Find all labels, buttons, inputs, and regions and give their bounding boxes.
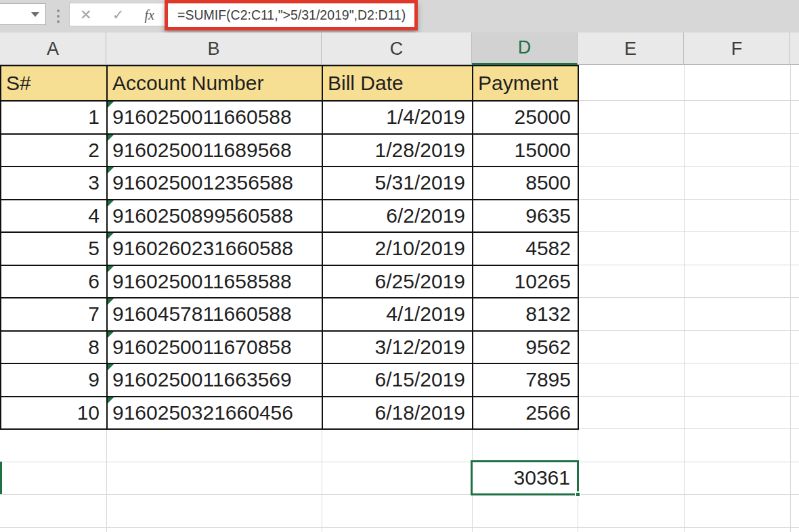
cell-B5[interactable]: 9160250899560588: [108, 200, 323, 234]
cell-C4[interactable]: 5/31/2019: [323, 167, 473, 200]
formula-bar: ✕ ✓ fx =SUMIF(C2:C11,">5/31/2019",D2:D11…: [0, 0, 799, 32]
cell-B7[interactable]: 9160250011658588: [108, 266, 323, 299]
cell-B9[interactable]: 9160250011670858: [108, 332, 323, 365]
cell-A8[interactable]: 7: [1, 298, 108, 332]
name-box[interactable]: [0, 3, 46, 25]
gridline-horizontal: [0, 527, 799, 528]
cell-A4[interactable]: 3: [1, 167, 108, 200]
cell-B1[interactable]: Account Number: [108, 66, 323, 102]
gridline-horizontal: [0, 494, 799, 495]
cell-A3[interactable]: 2: [1, 135, 108, 168]
text-as-number-warning-icon: [108, 233, 114, 239]
cell-A11[interactable]: 10: [1, 397, 108, 430]
cell-A5[interactable]: 4: [1, 200, 108, 234]
cell-A9[interactable]: 8: [1, 332, 108, 365]
cell-C7[interactable]: 6/25/2019: [323, 266, 473, 299]
cell-C5[interactable]: 6/2/2019: [323, 200, 473, 234]
chevron-down-icon[interactable]: [31, 12, 39, 17]
cell-D8[interactable]: 8132: [473, 298, 579, 332]
cell-A6[interactable]: 5: [1, 233, 108, 266]
column-header-E[interactable]: E: [578, 32, 684, 65]
column-header-D[interactable]: D: [472, 32, 578, 65]
cell-B2[interactable]: 9160250011660588: [108, 102, 323, 135]
fill-handle[interactable]: [575, 491, 581, 497]
cell-D10[interactable]: 7895: [473, 364, 579, 397]
cancel-icon[interactable]: ✕: [80, 7, 92, 22]
data-table: S#Account NumberBill DatePayment19160250…: [0, 65, 579, 430]
text-as-number-warning-icon: [108, 167, 114, 173]
formula-input-highlight: =SUMIF(C2:C11,">5/31/2019",D2:D11): [165, 0, 418, 30]
cell-C11[interactable]: 6/18/2019: [323, 397, 473, 430]
sheet-grid: S#Account NumberBill DatePayment19160250…: [0, 65, 799, 532]
cell-C2[interactable]: 1/4/2019: [323, 102, 473, 135]
gridline-vertical: [684, 65, 685, 532]
formula-input[interactable]: =SUMIF(C2:C11,">5/31/2019",D2:D11): [177, 7, 406, 23]
gridline-vertical: [790, 65, 791, 532]
cell-A10[interactable]: 9: [1, 364, 108, 397]
text-as-number-warning-icon: [108, 200, 114, 206]
cell-B8[interactable]: 9160457811660588: [108, 298, 323, 332]
cell-B11[interactable]: 9160250321660456: [108, 397, 323, 430]
cell-A7[interactable]: 6: [1, 266, 108, 299]
cell-A1[interactable]: S#: [1, 66, 108, 102]
cell-C8[interactable]: 4/1/2019: [323, 298, 473, 332]
cell-A2[interactable]: 1: [1, 102, 108, 135]
text-as-number-warning-icon: [108, 135, 114, 141]
column-header-B[interactable]: B: [106, 32, 322, 65]
enter-icon[interactable]: ✓: [112, 7, 125, 22]
text-as-number-warning-icon: [108, 364, 114, 370]
cell-C3[interactable]: 1/28/2019: [323, 135, 473, 168]
text-as-number-warning-icon: [108, 397, 114, 403]
cell-B4[interactable]: 9160250012356588: [108, 167, 323, 200]
formula-buttons: ✕ ✓ fx: [69, 3, 165, 26]
column-header-partial[interactable]: [790, 32, 799, 65]
cell-D2[interactable]: 25000: [473, 102, 579, 135]
cell-C9[interactable]: 3/12/2019: [323, 332, 473, 365]
cell-C10[interactable]: 6/15/2019: [323, 364, 473, 397]
cell-B10[interactable]: 9160250011663569: [108, 364, 323, 397]
gridline-horizontal: [0, 462, 799, 462]
text-as-number-warning-icon: [108, 332, 114, 338]
cell-D11[interactable]: 2566: [473, 397, 579, 430]
cell-D1[interactable]: Payment: [473, 66, 579, 102]
drag-dots-icon: [54, 6, 62, 26]
text-as-number-warning-icon: [108, 266, 114, 272]
cell-D6[interactable]: 4582: [473, 233, 579, 266]
cell-D3[interactable]: 15000: [473, 135, 579, 168]
column-headers: ABCDEF: [0, 32, 799, 65]
cell-C6[interactable]: 2/10/2019: [323, 233, 473, 266]
insert-function-icon[interactable]: fx: [144, 8, 154, 22]
selected-result-cell[interactable]: 30361: [471, 460, 579, 496]
text-as-number-warning-icon: [108, 102, 114, 108]
cell-D4[interactable]: 8500: [473, 167, 579, 200]
cell-D7[interactable]: 10265: [473, 266, 579, 299]
column-header-C[interactable]: C: [322, 32, 472, 65]
cell-C1[interactable]: Bill Date: [323, 66, 473, 102]
cell-D5[interactable]: 9635: [473, 200, 579, 234]
cell-D9[interactable]: 9562: [473, 332, 579, 365]
text-as-number-warning-icon: [108, 298, 114, 305]
selected-row-header-accent: [0, 462, 2, 495]
column-header-F[interactable]: F: [684, 32, 790, 65]
excel-window: ✕ ✓ fx =SUMIF(C2:C11,">5/31/2019",D2:D11…: [0, 0, 799, 532]
cell-B6[interactable]: 9160260231660588: [108, 233, 323, 266]
column-header-A[interactable]: A: [0, 32, 106, 65]
cell-B3[interactable]: 9160250011689568: [108, 135, 323, 168]
